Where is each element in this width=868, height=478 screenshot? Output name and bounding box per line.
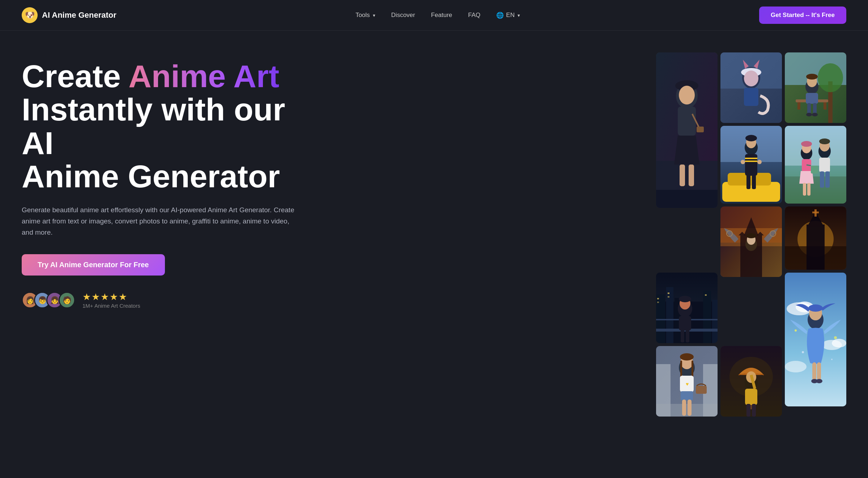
heading-word-create: Create [22, 58, 121, 94]
svg-rect-32 [813, 103, 817, 114]
svg-rect-31 [807, 103, 811, 114]
svg-rect-6 [689, 165, 694, 186]
avatar: 🧑 [59, 292, 75, 308]
try-free-button[interactable]: Try AI Anime Generator For Free [22, 254, 165, 276]
svg-rect-11 [656, 190, 718, 208]
svg-rect-10 [697, 127, 704, 132]
svg-rect-110 [656, 404, 718, 417]
svg-point-143 [831, 359, 833, 360]
svg-rect-43 [745, 161, 757, 162]
svg-point-46 [757, 160, 762, 164]
svg-point-54 [801, 141, 812, 147]
svg-rect-65 [811, 166, 818, 174]
svg-rect-128 [746, 404, 750, 417]
svg-rect-5 [680, 165, 685, 186]
nav-tools[interactable]: Tools [356, 12, 375, 19]
user-count: 1M+ Anime Art Creators [82, 303, 140, 309]
gallery-image-3 [785, 52, 846, 123]
svg-point-83 [679, 296, 691, 302]
gallery-image-4 [720, 126, 782, 204]
svg-rect-51 [785, 176, 846, 204]
svg-rect-70 [666, 287, 673, 343]
svg-point-44 [745, 135, 757, 141]
svg-point-34 [812, 113, 818, 116]
svg-line-66 [807, 165, 811, 166]
svg-rect-86 [686, 330, 689, 342]
get-started-button[interactable]: Get Started -- It's Free [759, 7, 846, 24]
nav-feature[interactable]: Feature [431, 12, 452, 19]
heading-word-anime: Anime [128, 58, 226, 94]
svg-rect-105 [812, 212, 819, 213]
nav-links: Tools Discover Feature FAQ 🌐 EN [356, 12, 520, 19]
svg-rect-77 [668, 296, 669, 298]
logo[interactable]: 🐶 AI Anime Generator [22, 7, 116, 23]
svg-point-136 [785, 361, 807, 372]
svg-point-8 [679, 86, 695, 104]
svg-rect-64 [825, 171, 830, 188]
svg-rect-78 [705, 294, 707, 296]
gallery-image-6 [656, 273, 718, 343]
gallery-image-7 [720, 206, 782, 277]
heading-line2: Instantly with our AI [22, 93, 304, 160]
logo-text: AI Anime Generator [42, 10, 116, 20]
hero-description: Generate beautiful anime art effortlessl… [22, 204, 297, 238]
svg-rect-127 [745, 389, 757, 405]
svg-rect-50 [785, 126, 846, 166]
logo-icon: 🐶 [22, 7, 38, 23]
social-proof: 👩 👦 👧 🧑 ★★★★★ 1M+ Anime Art Creators [22, 291, 304, 309]
gallery-image-1 [656, 52, 718, 208]
svg-rect-41 [745, 154, 757, 176]
svg-rect-25 [797, 102, 800, 110]
svg-point-61 [819, 138, 830, 144]
svg-point-141 [834, 336, 837, 339]
svg-rect-48 [752, 175, 756, 189]
svg-rect-57 [803, 183, 806, 196]
nav-faq[interactable]: FAQ [468, 12, 480, 19]
svg-text:♥: ♥ [686, 381, 689, 387]
svg-rect-102 [807, 225, 825, 270]
svg-point-147 [816, 379, 822, 383]
svg-point-29 [806, 74, 818, 80]
heading-word-art: Art [233, 58, 279, 94]
avatar-group: 👩 👦 👧 🧑 [22, 292, 75, 308]
gallery-image-5 [785, 126, 846, 204]
nav-discover[interactable]: Discover [391, 12, 415, 19]
svg-rect-63 [820, 171, 824, 188]
language-selector[interactable]: 🌐 EN [496, 12, 520, 19]
svg-rect-3 [678, 107, 696, 136]
hero-content: Create Anime Art Instantly with our AI A… [22, 52, 304, 309]
svg-point-18 [744, 71, 758, 86]
svg-rect-72 [703, 291, 711, 343]
svg-rect-145 [817, 362, 821, 380]
svg-rect-75 [657, 302, 659, 303]
gallery-image-9: ♥ [656, 346, 718, 417]
svg-rect-47 [746, 175, 750, 189]
svg-point-45 [741, 160, 745, 164]
svg-rect-144 [812, 362, 816, 380]
svg-rect-129 [752, 404, 756, 417]
gallery-grid: ♥ [656, 52, 846, 417]
svg-rect-120 [688, 400, 692, 416]
gallery-image-11 [785, 273, 846, 406]
svg-rect-121 [696, 386, 707, 394]
svg-rect-118 [681, 391, 693, 400]
svg-point-98 [746, 233, 756, 238]
svg-point-115 [680, 353, 694, 360]
gallery-image-10 [720, 346, 782, 417]
svg-rect-26 [824, 102, 826, 110]
svg-rect-58 [807, 183, 810, 196]
svg-rect-42 [745, 158, 757, 159]
svg-point-139 [808, 304, 823, 312]
svg-point-142 [802, 351, 804, 353]
svg-marker-4 [674, 136, 699, 165]
svg-rect-76 [668, 293, 669, 294]
svg-rect-73 [712, 300, 718, 343]
svg-rect-19 [744, 88, 758, 106]
svg-rect-62 [819, 158, 830, 172]
heading-line3: Anime Generator [22, 160, 304, 193]
svg-rect-74 [657, 298, 659, 299]
hero-heading: Create Anime Art Instantly with our AI A… [22, 60, 304, 193]
svg-point-140 [795, 329, 797, 332]
svg-rect-119 [682, 400, 686, 416]
svg-rect-30 [806, 93, 818, 104]
